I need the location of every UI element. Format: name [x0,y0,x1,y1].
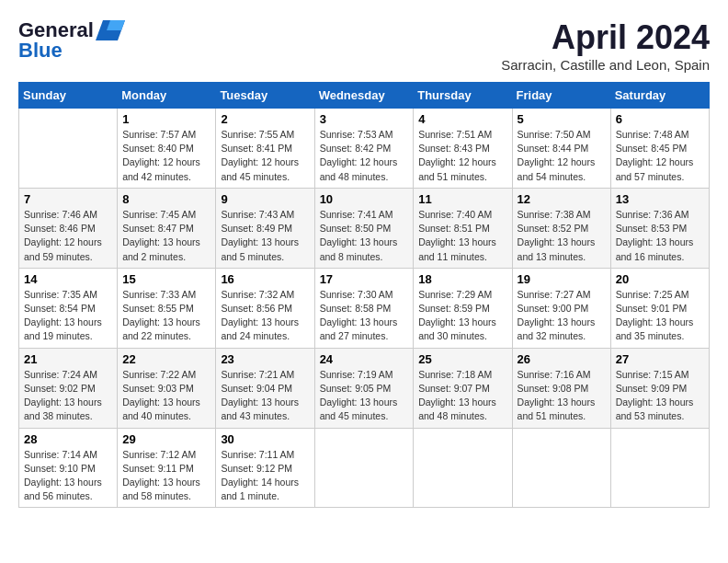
calendar-cell [512,428,610,508]
calendar-cell: 27Sunrise: 7:15 AM Sunset: 9:09 PM Dayli… [610,348,709,428]
day-header-friday: Friday [512,83,610,109]
day-number: 20 [616,272,704,286]
calendar-cell [19,109,118,189]
calendar-cell [414,428,512,508]
logo: General Blue [18,18,125,63]
calendar-cell: 6Sunrise: 7:48 AM Sunset: 8:45 PM Daylig… [610,109,709,189]
day-number: 14 [24,272,112,286]
day-number: 12 [518,192,606,206]
day-number: 3 [320,112,409,126]
day-number: 7 [24,192,112,206]
day-header-monday: Monday [118,83,216,109]
calendar-cell: 9Sunrise: 7:43 AM Sunset: 8:49 PM Daylig… [216,188,314,268]
title-section: April 2024 Sarracin, Castille and Leon, … [501,18,710,73]
calendar-table: SundayMondayTuesdayWednesdayThursdayFrid… [18,82,710,508]
calendar-cell: 26Sunrise: 7:16 AM Sunset: 9:08 PM Dayli… [512,348,610,428]
day-info: Sunrise: 7:33 AM Sunset: 8:55 PM Dayligh… [122,288,210,344]
day-info: Sunrise: 7:38 AM Sunset: 8:52 PM Dayligh… [518,208,606,264]
day-header-wednesday: Wednesday [314,83,414,109]
day-info: Sunrise: 7:29 AM Sunset: 8:59 PM Dayligh… [418,288,506,344]
day-info: Sunrise: 7:19 AM Sunset: 9:05 PM Dayligh… [320,368,409,424]
day-header-saturday: Saturday [610,83,709,109]
day-info: Sunrise: 7:55 AM Sunset: 8:41 PM Dayligh… [221,128,309,184]
day-info: Sunrise: 7:25 AM Sunset: 9:01 PM Dayligh… [616,288,704,344]
day-info: Sunrise: 7:35 AM Sunset: 8:54 PM Dayligh… [24,288,112,344]
day-number: 26 [518,352,606,366]
day-number: 10 [320,192,409,206]
day-info: Sunrise: 7:41 AM Sunset: 8:50 PM Dayligh… [320,208,409,264]
calendar-cell: 21Sunrise: 7:24 AM Sunset: 9:02 PM Dayli… [19,348,118,428]
day-number: 22 [122,352,210,366]
calendar-week-row: 21Sunrise: 7:24 AM Sunset: 9:02 PM Dayli… [19,348,710,428]
day-number: 25 [418,352,506,366]
day-info: Sunrise: 7:12 AM Sunset: 9:11 PM Dayligh… [122,448,210,504]
day-info: Sunrise: 7:21 AM Sunset: 9:04 PM Dayligh… [221,368,309,424]
day-number: 13 [616,192,704,206]
calendar-cell: 16Sunrise: 7:32 AM Sunset: 8:56 PM Dayli… [216,268,314,348]
calendar-cell: 28Sunrise: 7:14 AM Sunset: 9:10 PM Dayli… [19,428,118,508]
calendar-cell: 3Sunrise: 7:53 AM Sunset: 8:42 PM Daylig… [314,109,414,189]
day-info: Sunrise: 7:46 AM Sunset: 8:46 PM Dayligh… [24,208,112,264]
day-info: Sunrise: 7:27 AM Sunset: 9:00 PM Dayligh… [518,288,606,344]
day-number: 5 [518,112,606,126]
calendar-title: April 2024 [501,18,710,57]
calendar-cell: 18Sunrise: 7:29 AM Sunset: 8:59 PM Dayli… [414,268,512,348]
day-info: Sunrise: 7:43 AM Sunset: 8:49 PM Dayligh… [221,208,309,264]
day-info: Sunrise: 7:48 AM Sunset: 8:45 PM Dayligh… [616,128,704,184]
day-info: Sunrise: 7:14 AM Sunset: 9:10 PM Dayligh… [24,448,112,504]
page-header: General Blue April 2024 Sarracin, Castil… [18,18,710,73]
day-header-sunday: Sunday [19,83,118,109]
calendar-cell: 17Sunrise: 7:30 AM Sunset: 8:58 PM Dayli… [314,268,414,348]
day-number: 9 [221,192,309,206]
day-number: 21 [24,352,112,366]
day-info: Sunrise: 7:15 AM Sunset: 9:09 PM Dayligh… [616,368,704,424]
day-info: Sunrise: 7:18 AM Sunset: 9:07 PM Dayligh… [418,368,506,424]
day-number: 27 [616,352,704,366]
calendar-week-row: 1Sunrise: 7:57 AM Sunset: 8:40 PM Daylig… [19,109,710,189]
calendar-week-row: 28Sunrise: 7:14 AM Sunset: 9:10 PM Dayli… [19,428,710,508]
calendar-cell: 4Sunrise: 7:51 AM Sunset: 8:43 PM Daylig… [414,109,512,189]
day-info: Sunrise: 7:16 AM Sunset: 9:08 PM Dayligh… [518,368,606,424]
day-number: 8 [122,192,210,206]
day-number: 30 [221,432,309,446]
day-number: 6 [616,112,704,126]
day-info: Sunrise: 7:30 AM Sunset: 8:58 PM Dayligh… [320,288,409,344]
calendar-cell: 7Sunrise: 7:46 AM Sunset: 8:46 PM Daylig… [19,188,118,268]
day-info: Sunrise: 7:51 AM Sunset: 8:43 PM Dayligh… [418,128,506,184]
day-info: Sunrise: 7:53 AM Sunset: 8:42 PM Dayligh… [320,128,409,184]
calendar-week-row: 7Sunrise: 7:46 AM Sunset: 8:46 PM Daylig… [19,188,710,268]
day-number: 17 [320,272,409,286]
calendar-cell: 24Sunrise: 7:19 AM Sunset: 9:05 PM Dayli… [314,348,414,428]
calendar-cell: 14Sunrise: 7:35 AM Sunset: 8:54 PM Dayli… [19,268,118,348]
day-info: Sunrise: 7:45 AM Sunset: 8:47 PM Dayligh… [122,208,210,264]
calendar-cell: 2Sunrise: 7:55 AM Sunset: 8:41 PM Daylig… [216,109,314,189]
calendar-cell: 25Sunrise: 7:18 AM Sunset: 9:07 PM Dayli… [414,348,512,428]
day-number: 29 [122,432,210,446]
calendar-cell [610,428,709,508]
calendar-cell: 19Sunrise: 7:27 AM Sunset: 9:00 PM Dayli… [512,268,610,348]
logo-blue: Blue [18,39,63,63]
day-number: 1 [122,112,210,126]
calendar-cell: 15Sunrise: 7:33 AM Sunset: 8:55 PM Dayli… [118,268,216,348]
day-info: Sunrise: 7:32 AM Sunset: 8:56 PM Dayligh… [221,288,309,344]
calendar-subtitle: Sarracin, Castille and Leon, Spain [501,57,710,73]
day-number: 2 [221,112,309,126]
calendar-cell: 23Sunrise: 7:21 AM Sunset: 9:04 PM Dayli… [216,348,314,428]
calendar-cell: 5Sunrise: 7:50 AM Sunset: 8:44 PM Daylig… [512,109,610,189]
calendar-cell: 29Sunrise: 7:12 AM Sunset: 9:11 PM Dayli… [118,428,216,508]
day-info: Sunrise: 7:22 AM Sunset: 9:03 PM Dayligh… [122,368,210,424]
day-number: 15 [122,272,210,286]
day-number: 16 [221,272,309,286]
calendar-cell: 1Sunrise: 7:57 AM Sunset: 8:40 PM Daylig… [118,109,216,189]
day-info: Sunrise: 7:24 AM Sunset: 9:02 PM Dayligh… [24,368,112,424]
day-number: 24 [320,352,409,366]
day-header-thursday: Thursday [414,83,512,109]
logo-icon [96,20,125,40]
day-info: Sunrise: 7:57 AM Sunset: 8:40 PM Dayligh… [122,128,210,184]
calendar-cell: 8Sunrise: 7:45 AM Sunset: 8:47 PM Daylig… [118,188,216,268]
day-number: 11 [418,192,506,206]
calendar-cell [314,428,414,508]
calendar-week-row: 14Sunrise: 7:35 AM Sunset: 8:54 PM Dayli… [19,268,710,348]
day-header-tuesday: Tuesday [216,83,314,109]
day-info: Sunrise: 7:36 AM Sunset: 8:53 PM Dayligh… [616,208,704,264]
